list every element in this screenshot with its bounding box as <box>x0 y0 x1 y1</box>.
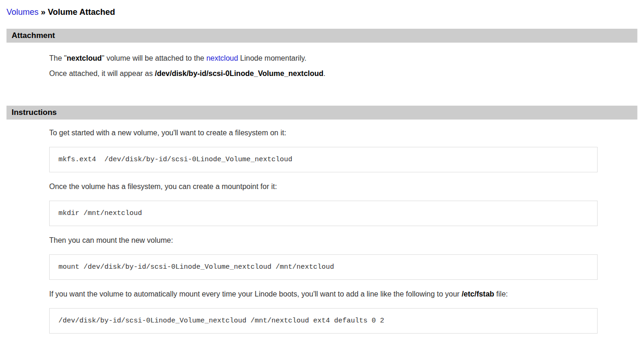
volume-attached-page: Volumes » Volume Attached Attachment The… <box>0 0 644 341</box>
breadcrumb-separator: » <box>41 7 45 17</box>
attachment-section: Attachment The "nextcloud" volume will b… <box>6 29 638 78</box>
mkdir-command-box: mkdir /mnt/nextcloud <box>49 201 598 226</box>
instructions-section-header: Instructions <box>6 106 638 120</box>
attachment-line1-text3: Linode momentarily. <box>238 54 306 62</box>
volume-name: nextcloud <box>67 54 102 62</box>
device-path: /dev/disk/by-id/scsi-0Linode_Volume_next… <box>155 69 323 77</box>
instructions-step1-text: To get started with a new volume, you'll… <box>49 128 598 137</box>
fstab-line-box: /dev/disk/by-id/scsi-0Linode_Volume_next… <box>49 308 598 334</box>
instructions-step4-text2: file: <box>494 290 508 298</box>
instructions-step4-text: If you want the volume to automatically … <box>49 290 598 298</box>
instructions-step4-text1: If you want the volume to automatically … <box>49 290 462 298</box>
instructions-section: Instructions To get started with a new v… <box>6 106 638 334</box>
instructions-step2-text: Once the volume has a filesystem, you ca… <box>49 182 598 191</box>
attachment-section-body: The "nextcloud" volume will be attached … <box>49 54 598 78</box>
attachment-line1: The "nextcloud" volume will be attached … <box>49 54 598 63</box>
attachment-line1-text2: " volume will be attached to the <box>102 54 206 62</box>
breadcrumb: Volumes » Volume Attached <box>6 7 638 17</box>
instructions-section-body: To get started with a new volume, you'll… <box>49 128 598 334</box>
page-title: Volume Attached <box>48 7 115 17</box>
attachment-line1-text: The " <box>49 54 67 62</box>
attachment-line2-text: Once attached, it will appear as <box>49 69 155 77</box>
attachment-line2-text2: . <box>323 69 325 77</box>
fstab-path: /etc/fstab <box>462 290 494 298</box>
breadcrumb-volumes-link[interactable]: Volumes <box>6 7 39 17</box>
linode-link[interactable]: nextcloud <box>206 54 238 62</box>
mkfs-command-box: mkfs.ext4 /dev/disk/by-id/scsi-0Linode_V… <box>49 147 598 172</box>
attachment-section-header: Attachment <box>6 29 638 43</box>
mount-command-box: mount /dev/disk/by-id/scsi-0Linode_Volum… <box>49 254 598 280</box>
instructions-step3-text: Then you can mount the new volume: <box>49 236 598 245</box>
attachment-line2: Once attached, it will appear as /dev/di… <box>49 69 598 78</box>
